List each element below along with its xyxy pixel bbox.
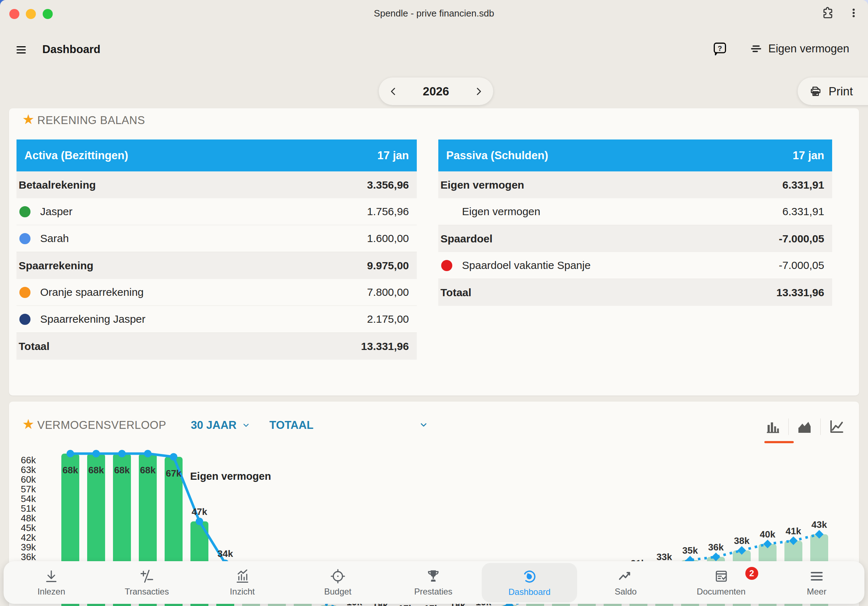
account-color-dot: [441, 260, 452, 271]
print-button[interactable]: Print: [798, 77, 868, 105]
balance-table: Passiva (Schulden) 17 jan Eigen vermogen…: [438, 139, 832, 306]
spendle-logo-icon: [521, 569, 537, 584]
row-label: Totaal: [17, 340, 361, 352]
nav-item-transacties[interactable]: Transacties: [99, 561, 194, 604]
svg-text:40k: 40k: [760, 529, 775, 540]
row-value: 13.331,96: [361, 340, 417, 352]
row-value: 6.331,91: [782, 206, 832, 218]
eigen-vermogen-menu[interactable]: Eigen vermogen: [749, 42, 849, 56]
plus-minus-icon: [139, 568, 155, 584]
row-value: 3.356,96: [367, 179, 417, 191]
nav-item-label: Dashboard: [508, 587, 550, 597]
nav-item-dashboard[interactable]: Dashboard: [482, 563, 577, 603]
trophy-icon: [425, 568, 441, 584]
star-icon: ★: [22, 113, 34, 126]
svg-text:?: ?: [718, 45, 722, 52]
table-header: Passiva (Schulden) 17 jan: [438, 139, 832, 171]
svg-text:34k: 34k: [217, 548, 233, 559]
table-header-title: Activa (Bezittingen): [25, 149, 128, 162]
row-label: Spaarrekening Jasper: [17, 313, 367, 325]
hamburger-icon[interactable]: [14, 44, 28, 56]
overflow-menu-icon[interactable]: [847, 6, 860, 19]
row-value: 2.175,00: [367, 313, 417, 325]
nav-item-budget[interactable]: Budget: [290, 561, 386, 604]
account-color-dot: [19, 314, 31, 325]
app-window: Spendle - prive financien.sdb Dashboard …: [0, 0, 868, 606]
svg-text:47k: 47k: [192, 506, 207, 517]
year-value: 2026: [423, 85, 449, 98]
svg-text:57k: 57k: [21, 484, 36, 494]
svg-text:67k: 67k: [166, 468, 181, 479]
nav-item-prestaties[interactable]: Prestaties: [386, 561, 481, 604]
table-row: Totaal 13.331,96: [17, 333, 417, 360]
row-value: 9.975,00: [367, 260, 417, 272]
nav-item-label: Transacties: [125, 587, 169, 597]
table-row: Eigen vermogen 6.331,91: [438, 171, 832, 198]
year-selector: 2026: [379, 77, 493, 105]
svg-text:41k: 41k: [786, 526, 801, 536]
download-icon: [43, 568, 59, 584]
svg-text:39k: 39k: [21, 542, 36, 553]
table-header-date: 17 jan: [377, 149, 409, 162]
nav-item-label: Saldo: [615, 587, 637, 597]
account-color-dot: [19, 233, 31, 244]
printer-icon: [809, 85, 822, 98]
nav-item-inlezen[interactable]: Inlezen: [3, 561, 99, 604]
insight-icon: [234, 568, 250, 584]
nav-item-documenten[interactable]: Documenten2: [674, 561, 769, 604]
table-row: Spaardoel -7.000,05: [438, 225, 832, 252]
table-row[interactable]: Spaardoel vakantie Spanje -7.000,05: [438, 252, 832, 279]
table-header: Activa (Bezittingen) 17 jan: [17, 139, 417, 171]
table-row[interactable]: Oranje spaarrekening 7.800,00: [17, 279, 417, 306]
svg-text:66k: 66k: [21, 455, 36, 465]
table-row: Spaarrekening 9.975,00: [17, 252, 417, 279]
svg-text:68k: 68k: [140, 465, 156, 476]
trend-icon: [618, 568, 634, 584]
svg-text:63k: 63k: [21, 464, 36, 475]
svg-text:60k: 60k: [21, 474, 36, 485]
nav-item-inzicht[interactable]: Inzicht: [194, 561, 290, 604]
svg-text:68k: 68k: [88, 465, 104, 476]
chevron-left-icon[interactable]: [388, 86, 399, 97]
row-label: Sarah: [17, 232, 367, 245]
table-header-title: Passiva (Schulden): [446, 149, 548, 162]
row-value: -7.000,05: [779, 259, 832, 271]
row-label: Totaal: [438, 287, 777, 299]
row-label: Betaalrekening: [17, 179, 367, 191]
help-icon[interactable]: ?: [712, 41, 728, 57]
nav-item-label: Documenten: [697, 587, 746, 597]
table-row: Betaalrekening 3.356,96: [17, 171, 417, 198]
svg-text:38k: 38k: [734, 535, 750, 546]
table-row[interactable]: Jasper 1.756,96: [17, 198, 417, 225]
svg-text:68k: 68k: [114, 465, 130, 476]
svg-text:42k: 42k: [21, 532, 36, 543]
account-color-dot: [19, 287, 31, 298]
balance-section-title: REKENING BALANS: [37, 114, 145, 127]
nav-item-meer[interactable]: Meer: [769, 561, 865, 604]
row-label: Spaardoel: [438, 233, 779, 245]
table-header-date: 17 jan: [793, 149, 824, 162]
row-label: Eigen vermogen: [438, 206, 782, 218]
extensions-icon[interactable]: [821, 6, 835, 20]
nav-item-label: Inlezen: [37, 587, 65, 597]
print-label: Print: [829, 85, 853, 98]
svg-text:68k: 68k: [62, 465, 78, 476]
row-label: Jasper: [17, 206, 367, 218]
row-value: 6.331,91: [782, 179, 832, 191]
row-value: -7.000,05: [779, 233, 832, 245]
account-color-dot: [19, 206, 31, 217]
nav-item-label: Budget: [324, 587, 352, 597]
chevron-right-icon[interactable]: [473, 86, 484, 97]
notification-badge: 2: [746, 567, 758, 580]
page-title: Dashboard: [42, 43, 101, 56]
row-value: 1.756,96: [367, 206, 417, 218]
nav-item-saldo[interactable]: Saldo: [578, 561, 673, 604]
row-value: 13.331,96: [777, 287, 832, 299]
table-row[interactable]: Sarah 1.600,00: [17, 225, 417, 252]
table-row[interactable]: Eigen vermogen 6.331,91: [438, 198, 832, 225]
series-label: Eigen vermogen: [190, 470, 271, 482]
svg-text:48k: 48k: [21, 513, 36, 524]
svg-text:33k: 33k: [656, 552, 672, 562]
row-label: Spaardoel vakantie Spanje: [438, 259, 779, 271]
table-row[interactable]: Spaarrekening Jasper 2.175,00: [17, 306, 417, 333]
